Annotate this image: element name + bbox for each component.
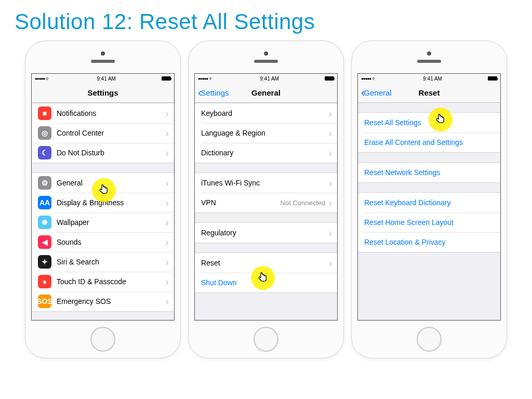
row-label: Wallpaper	[57, 218, 165, 227]
settings-row[interactable]: iTunes Wi-Fi Sync ›	[195, 173, 337, 193]
chevron-right-icon: ›	[165, 256, 169, 268]
settings-row[interactable]: Reset Keyboard Dictionary	[358, 193, 500, 212]
row-label: Emergency SOS	[57, 297, 165, 305]
row-label: Regulatory	[201, 229, 328, 237]
settings-row[interactable]: ◀ Sounds ›	[32, 232, 174, 252]
settings-group: iTunes Wi-Fi Sync › VPN Not Connected›	[195, 172, 337, 213]
row-label: Reset Location & Privacy	[364, 238, 495, 246]
chevron-right-icon: ›	[328, 147, 332, 159]
row-label: Dictionary	[201, 149, 328, 157]
status-time: 9:41 AM	[423, 76, 442, 82]
wifi-icon: ᯤ	[46, 76, 51, 82]
page-title: Solution 12: Reset All Settings	[15, 9, 532, 34]
settings-row-icon: ☾	[38, 146, 51, 159]
settings-group: Reset All Settings Erase All Content and…	[358, 112, 500, 153]
settings-row[interactable]: ● Touch ID & Passcode ›	[32, 272, 174, 291]
status-bar: ●●●●● ᯤ 9:41 AM	[195, 74, 337, 83]
chevron-right-icon: ›	[328, 257, 332, 269]
settings-row-icon: ●	[38, 275, 51, 288]
row-label: Erase All Content and Settings	[364, 138, 495, 147]
chevron-right-icon: ›	[165, 147, 169, 159]
phone-mockup: ●●●●● ᯤ 9:41 AM ‹ Settings General Keybo…	[188, 41, 344, 358]
settings-group: Keyboard › Language & Region › Dictionar…	[195, 103, 337, 163]
settings-row[interactable]: ❋ Wallpaper ›	[32, 212, 174, 232]
home-button[interactable]	[90, 327, 115, 352]
row-label: Keyboard	[201, 109, 328, 117]
settings-row[interactable]: Language & Region ›	[195, 123, 337, 143]
row-label: Reset Keyboard Dictionary	[364, 198, 495, 207]
home-button[interactable]	[254, 327, 278, 352]
nav-title: General	[251, 88, 281, 97]
nav-back-button[interactable]: ‹ Settings	[198, 83, 229, 102]
settings-row[interactable]: Erase All Content and Settings	[358, 132, 500, 152]
nav-back-label: Settings	[201, 88, 229, 97]
row-label: iTunes Wi-Fi Sync	[201, 179, 328, 187]
phone-speaker	[254, 60, 278, 63]
chevron-right-icon: ›	[328, 227, 332, 239]
chevron-right-icon: ›	[165, 197, 169, 209]
settings-row[interactable]: VPN Not Connected›	[195, 193, 337, 212]
settings-row[interactable]: SOS Emergency SOS ›	[32, 291, 174, 311]
row-label: Siri & Search	[57, 258, 165, 266]
phone-mockup: ●●●●● ᯤ 9:41 AM Settings ■ Notifications…	[25, 41, 181, 358]
row-label: VPN	[201, 198, 281, 207]
settings-group: Reset Network Settings	[358, 162, 500, 183]
phone-screen: ●●●●● ᯤ 9:41 AM ‹ General Reset Reset Al…	[357, 73, 501, 321]
settings-row-icon: SOS	[38, 295, 51, 308]
nav-title: Settings	[87, 88, 118, 97]
nav-bar: ‹ General Reset	[358, 83, 500, 103]
row-label: Control Center	[57, 129, 165, 137]
signal-icon: ●●●●●	[35, 76, 45, 81]
battery-icon	[325, 76, 334, 81]
chevron-right-icon: ›	[328, 127, 332, 139]
status-time: 9:41 AM	[260, 76, 279, 82]
chevron-right-icon: ›	[165, 177, 169, 189]
settings-row[interactable]: Reset All Settings	[358, 113, 500, 132]
settings-row[interactable]: ⚙ General ›	[32, 173, 174, 193]
row-label: Shut Down	[201, 278, 332, 287]
row-label: Do Not Disturb	[57, 149, 165, 157]
nav-bar: Settings	[32, 83, 174, 103]
row-label: Reset Network Settings	[364, 168, 495, 177]
signal-icon: ●●●●●	[361, 76, 371, 81]
settings-row[interactable]: Reset ›	[195, 253, 337, 273]
row-label: Reset	[201, 259, 328, 267]
status-time: 9:41 AM	[97, 76, 116, 82]
wifi-icon: ᯤ	[372, 76, 377, 82]
chevron-right-icon: ›	[328, 177, 332, 189]
settings-row[interactable]: Reset Network Settings	[358, 163, 500, 182]
settings-row[interactable]: ☾ Do Not Disturb ›	[32, 143, 174, 163]
settings-row[interactable]: ✦ Siri & Search ›	[32, 252, 174, 272]
chevron-right-icon: ›	[165, 127, 169, 139]
settings-group: Reset › Shut Down	[195, 252, 337, 293]
settings-row-icon: AA	[38, 196, 51, 209]
settings-row[interactable]: Regulatory ›	[195, 223, 337, 243]
settings-row-icon: ◀	[38, 235, 51, 249]
screen-content: Keyboard › Language & Region › Dictionar…	[195, 103, 337, 320]
chevron-right-icon: ›	[165, 276, 169, 288]
settings-row[interactable]: Dictionary ›	[195, 143, 337, 163]
settings-row-icon: ■	[38, 107, 51, 120]
nav-back-button[interactable]: ‹ General	[361, 83, 392, 102]
settings-row[interactable]: ■ Notifications ›	[32, 103, 174, 123]
screen-content: ■ Notifications › ◎ Control Center › ☾ D…	[32, 103, 174, 320]
settings-group: ⚙ General › AA Display & Brightness › ❋ …	[32, 172, 174, 312]
chevron-right-icon: ›	[328, 108, 332, 119]
chevron-right-icon: ›	[165, 296, 169, 308]
nav-bar: ‹ Settings General	[195, 83, 337, 103]
settings-row[interactable]: Shut Down	[195, 273, 337, 292]
settings-row[interactable]: Keyboard ›	[195, 103, 337, 123]
settings-row[interactable]: Reset Home Screen Layout	[358, 212, 500, 232]
settings-row[interactable]: Reset Location & Privacy	[358, 232, 500, 252]
home-button[interactable]	[417, 327, 442, 352]
nav-back-label: General	[364, 88, 391, 97]
phone-speaker	[91, 60, 115, 63]
signal-icon: ●●●●●	[198, 76, 208, 81]
settings-row[interactable]: ◎ Control Center ›	[32, 123, 174, 143]
settings-row[interactable]: AA Display & Brightness ›	[32, 193, 174, 212]
battery-icon	[488, 76, 497, 81]
settings-group: ■ Notifications › ◎ Control Center › ☾ D…	[32, 103, 174, 163]
settings-row-icon: ❋	[38, 216, 51, 229]
row-label: Reset All Settings	[364, 118, 495, 127]
chevron-right-icon: ›	[165, 108, 169, 119]
